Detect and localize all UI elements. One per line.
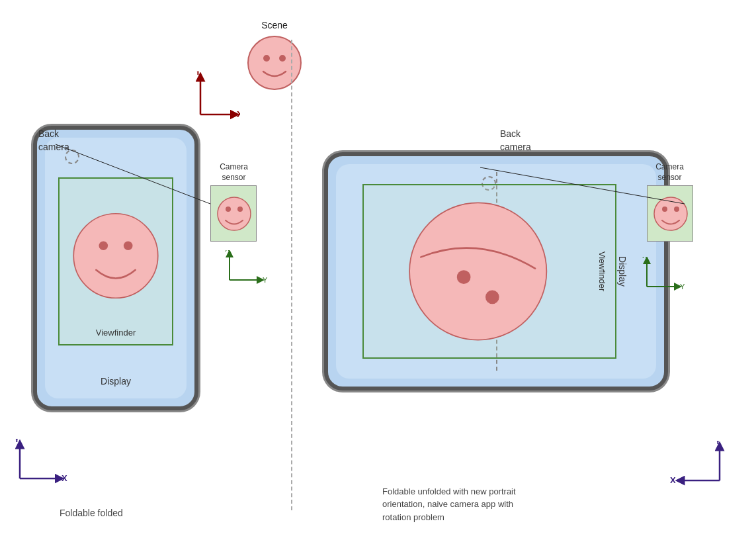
green-axes-left: Y X (220, 250, 273, 293)
caption-right: Foldable unfolded with new portrait orie… (382, 485, 528, 524)
svg-point-11 (226, 206, 231, 212)
svg-text:Y: Y (715, 441, 721, 446)
viewfinder-smiley-left (60, 179, 172, 344)
viewfinder-right (362, 184, 616, 359)
camera-sensor-label-right: Camera sensor (645, 162, 694, 183)
svg-point-1 (263, 55, 270, 62)
phone-right: Viewfinder Display (324, 152, 668, 390)
viewfinder-smiley-right (364, 185, 615, 357)
svg-text:X: X (670, 475, 676, 485)
camera-sensor-label-left: Camera sensor (209, 162, 259, 183)
display-label-left: Display (101, 376, 131, 387)
divider-line (291, 40, 292, 510)
viewfinder-left: Viewfinder (58, 177, 173, 345)
svg-text:X: X (642, 257, 648, 259)
purple-axes-left: X Y (10, 439, 69, 492)
phone-right-inner: Viewfinder Display (336, 164, 656, 379)
scene-label: Scene (261, 20, 288, 30)
green-axes-right: Y X (637, 257, 690, 300)
viewfinder-label-left: Viewfinder (96, 328, 136, 338)
svg-point-26 (674, 206, 679, 212)
svg-text:Y: Y (195, 71, 201, 77)
svg-point-10 (218, 197, 251, 230)
svg-text:X: X (237, 109, 240, 119)
phone-left-inner: Viewfinder Display (45, 138, 187, 398)
back-camera-label-left: Back camera (38, 128, 69, 154)
svg-text:Y: Y (680, 283, 685, 291)
svg-point-2 (279, 55, 286, 62)
display-label-right: Display (617, 256, 628, 287)
back-camera-label-right: Back camera (500, 128, 531, 154)
svg-point-21 (409, 203, 546, 340)
red-axes: X Y (187, 71, 240, 124)
svg-point-8 (99, 241, 108, 250)
sensor-smiley-left (211, 186, 257, 242)
sensor-left (210, 185, 257, 242)
phone-left: Viewfinder Display (33, 126, 198, 410)
scene-smiley (245, 33, 304, 93)
svg-point-9 (124, 241, 133, 250)
svg-point-22 (457, 270, 471, 284)
scene-area: Scene (245, 20, 304, 93)
svg-text:X: X (225, 250, 230, 253)
svg-point-24 (654, 197, 687, 230)
purple-axes-right: X Y (670, 441, 730, 494)
svg-point-25 (662, 206, 667, 212)
svg-text:X: X (62, 473, 67, 483)
svg-text:Y: Y (263, 276, 268, 284)
svg-text:Y: Y (14, 439, 20, 444)
caption-left: Foldable folded (60, 508, 123, 518)
sensor-right (647, 185, 693, 242)
svg-point-7 (73, 214, 158, 298)
sensor-smiley-right (648, 186, 694, 242)
svg-point-12 (237, 206, 243, 212)
viewfinder-label-right: Viewfinder (597, 252, 607, 291)
svg-point-0 (248, 36, 301, 89)
svg-point-23 (485, 291, 499, 304)
